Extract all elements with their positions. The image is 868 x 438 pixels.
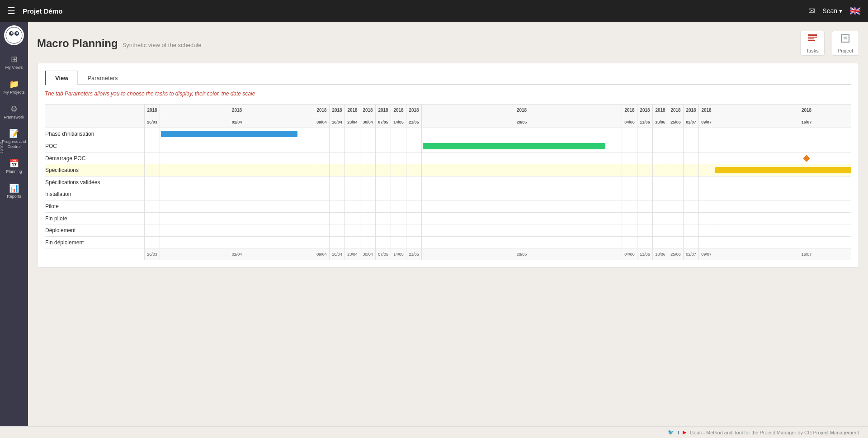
gantt-date-header-7: 14/05 — [391, 116, 406, 128]
gantt-cell-2-0 — [145, 152, 160, 164]
gantt-cell-8-8 — [406, 224, 422, 237]
tab-parameters[interactable]: Parameters — [78, 71, 127, 85]
mail-icon[interactable]: ✉ — [808, 6, 815, 16]
gantt-cell-4-8 — [406, 176, 422, 188]
gantt-cell-3-10 — [622, 164, 637, 176]
gantt-cell-5-12 — [653, 188, 668, 200]
hamburger-menu[interactable]: ☰ — [7, 5, 15, 16]
gantt-cell-6-15 — [699, 200, 714, 213]
gantt-cell-4-0 — [145, 176, 160, 188]
gantt-cell-5-13 — [668, 188, 684, 200]
task-name-phase-init: Phase d'initialisation — [45, 128, 145, 140]
gantt-date-header-2: 09/04 — [314, 116, 330, 128]
gantt-cell-7-9 — [422, 213, 622, 224]
gantt-footer-date-16: 16/07 — [714, 248, 852, 260]
gantt-cell-3-12 — [653, 164, 668, 176]
gantt-date-header-0: 26/03 — [145, 116, 160, 128]
gantt-cell-9-11 — [637, 237, 653, 248]
gantt-cell-7-16 — [714, 213, 852, 224]
gantt-cell-8-6 — [376, 224, 391, 237]
table-row: Spécifications validées — [45, 176, 852, 188]
gantt-cell-9-16 — [714, 237, 852, 248]
gantt-cell-3-5 — [360, 164, 376, 176]
gantt-cell-1-4 — [345, 140, 360, 152]
gantt-date-header-4: 23/04 — [345, 116, 360, 128]
tasks-button[interactable]: Tasks — [800, 31, 825, 56]
sidebar-item-my-views[interactable]: ⊞ My Views — [0, 51, 28, 74]
gantt-date-header-14: 02/07 — [684, 116, 699, 128]
sidebar-item-label-planning: Planning — [6, 169, 22, 174]
gantt-cell-9-1 — [160, 237, 314, 248]
facebook-icon: f — [678, 430, 679, 435]
gantt-cell-2-10 — [622, 152, 637, 164]
sidebar-item-planning[interactable]: 📅 Planning — [0, 155, 28, 178]
gantt-cell-5-11 — [637, 188, 653, 200]
gantt-cell-2-11 — [637, 152, 653, 164]
gantt-cell-5-7 — [391, 188, 406, 200]
gantt-cell-4-15 — [699, 176, 714, 188]
gantt-cell-5-16 — [714, 188, 852, 200]
tab-view[interactable]: View — [45, 71, 78, 85]
gantt-cell-6-4 — [345, 200, 360, 213]
gantt-cell-5-14 — [684, 188, 699, 200]
gantt-cell-8-4 — [345, 224, 360, 237]
gantt-date-header-10: 04/06 — [622, 116, 637, 128]
language-flag[interactable]: 🇬🇧 — [849, 5, 861, 16]
gantt-cell-6-10 — [622, 200, 637, 213]
gantt-year-header-15: 2018 — [699, 105, 714, 116]
svg-point-0 — [6, 27, 22, 43]
twitter-icon: 🐦 — [668, 429, 674, 435]
gantt-cell-0-0 — [145, 128, 160, 140]
gantt-footer-date-0: 26/03 — [145, 248, 160, 260]
gantt-cell-0-13 — [668, 128, 684, 140]
gantt-date-header-12: 18/06 — [653, 116, 668, 128]
page-header-left: Macro Planning Synthetic view of the sch… — [37, 37, 202, 50]
project-button[interactable]: Project — [832, 31, 859, 56]
gantt-year-header-11: 2018 — [637, 105, 653, 116]
sidebar-item-my-projects[interactable]: 📁 My Projects — [0, 76, 28, 99]
gantt-year-header-4: 2018 — [345, 105, 360, 116]
gantt-cell-6-0 — [145, 200, 160, 213]
info-text: The tab Parameters allows you to choose … — [45, 90, 851, 97]
gantt-cell-8-15 — [699, 224, 714, 237]
gantt-cell-0-6 — [376, 128, 391, 140]
gantt-cell-1-1 — [160, 140, 314, 152]
gantt-cell-8-14 — [684, 224, 699, 237]
gantt-cell-9-10 — [622, 237, 637, 248]
gantt-cell-1-11 — [637, 140, 653, 152]
project-title: Projet Démo — [23, 7, 801, 15]
sidebar-item-framework[interactable]: ⚙ Framework — [0, 100, 28, 124]
gantt-year-header-10: 2018 — [622, 105, 637, 116]
gantt-footer-date-15: 09/07 — [699, 248, 714, 260]
gantt-cell-5-15 — [699, 188, 714, 200]
gantt-cell-7-14 — [684, 213, 699, 224]
gantt-cell-5-8 — [406, 188, 422, 200]
gantt-cell-6-13 — [668, 200, 684, 213]
gantt-cell-4-5 — [360, 176, 376, 188]
svg-rect-11 — [842, 35, 849, 42]
svg-rect-9 — [808, 38, 814, 39]
sidebar-item-reports[interactable]: 📊 Reports — [0, 180, 28, 203]
gantt-chart: 2018201820182018201820182018201820182018… — [45, 104, 851, 260]
gantt-cell-2-13 — [668, 152, 684, 164]
task-name-fin-deploiement: Fin déploiement — [45, 237, 145, 248]
svg-point-5 — [11, 33, 12, 34]
top-navigation: ☰ Projet Démo ✉ Sean ▾ 🇬🇧 — [0, 0, 868, 22]
gantt-cell-0-9 — [422, 128, 622, 140]
gantt-year-header-9: 2018 — [422, 105, 622, 116]
logo — [4, 25, 24, 45]
sidebar-item-progress[interactable]: 📝 Progress and Control — [0, 125, 28, 153]
gantt-cell-7-4 — [345, 213, 360, 224]
gantt-year-header-6: 2018 — [376, 105, 391, 116]
user-menu[interactable]: Sean ▾ — [822, 7, 842, 14]
gantt-date-header-16: 16/07 — [714, 116, 852, 128]
gantt-year-header-14: 2018 — [684, 105, 699, 116]
gantt-cell-6-8 — [406, 200, 422, 213]
sidebar-item-label-reports: Reports — [7, 194, 21, 199]
footer: 🐦 f ▶ Gouti - Method and Tool for the Pr… — [0, 426, 868, 438]
svg-rect-10 — [808, 40, 815, 41]
youtube-icon: ▶ — [683, 429, 686, 435]
gantt-cell-9-5 — [360, 237, 376, 248]
gantt-cell-0-8 — [406, 128, 422, 140]
gantt-cell-8-1 — [160, 224, 314, 237]
